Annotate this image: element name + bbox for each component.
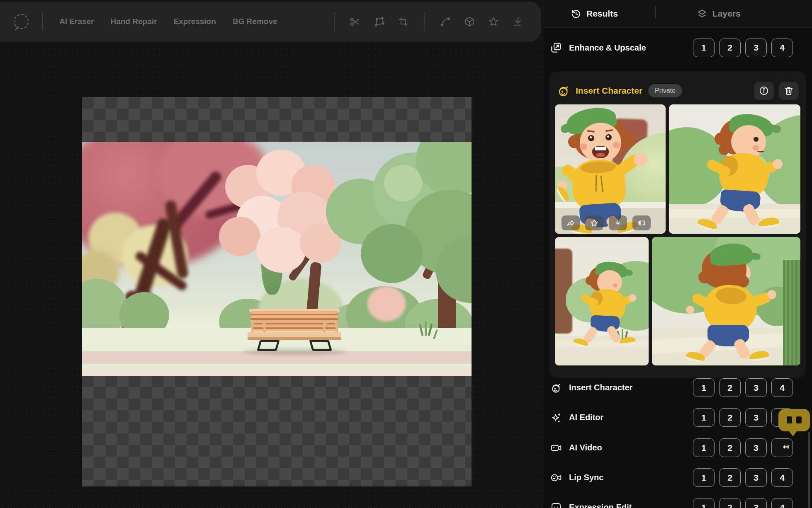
top-toolbar: AI Eraser Hand Repair Expression BG Remo… <box>0 2 541 41</box>
row-label: Lip Sync <box>569 473 603 482</box>
expression-edit-result-4[interactable]: 4 <box>771 498 793 508</box>
expression-edit-result-2[interactable]: 2 <box>719 498 741 508</box>
crop-icon[interactable] <box>396 12 411 31</box>
lip-sync-result-2[interactable]: 2 <box>719 468 741 487</box>
ai-editor-result-2[interactable]: 2 <box>719 408 741 427</box>
insert-character-title: Insert Character <box>576 86 642 96</box>
tab-results-label: Results <box>586 9 618 19</box>
character-boy <box>693 116 783 234</box>
row-insert-character: Insert Character 1 2 3 4 <box>550 378 805 397</box>
ai-video-result-2[interactable]: 2 <box>719 438 741 457</box>
menu-ai-eraser[interactable]: AI Eraser <box>51 17 102 26</box>
pen-polygon-icon[interactable] <box>372 12 387 31</box>
ai-video-result-4[interactable] <box>771 438 793 457</box>
lip-sync-result-3[interactable]: 3 <box>745 468 767 487</box>
star-icon[interactable] <box>486 12 501 31</box>
results-sidebar: Results Layers Enhance & Upscale 1 2 3 4 <box>543 0 812 508</box>
tab-layers[interactable]: Layers <box>697 8 741 19</box>
history-icon <box>571 8 581 19</box>
park-bench <box>248 311 341 351</box>
character-face-icon <box>557 84 571 98</box>
tab-results[interactable]: Results <box>571 8 618 19</box>
result-image-2[interactable] <box>669 104 800 234</box>
expression-edit-result-1[interactable]: 1 <box>693 498 715 508</box>
lip-sync-icon <box>550 472 562 484</box>
artboard-transparent-checkerboard[interactable] <box>82 97 472 486</box>
compare-icon[interactable] <box>632 215 651 230</box>
result-image-4[interactable] <box>652 237 800 365</box>
lip-sync-result-1[interactable]: 1 <box>693 468 715 487</box>
download-result-icon[interactable] <box>609 215 627 230</box>
scissors-icon[interactable] <box>348 12 362 31</box>
row-label: AI Video <box>569 443 602 452</box>
enhance-result-1[interactable]: 1 <box>693 39 715 57</box>
mouse-cursor: ↤ <box>783 443 789 451</box>
upscale-icon <box>550 41 562 54</box>
character-boy <box>683 246 777 365</box>
ai-video-result-1[interactable]: 1 <box>693 438 715 457</box>
expression-edit-icon <box>550 501 562 508</box>
row-ai-editor: AI Editor 1 2 3 4 <box>550 408 805 427</box>
insert-character-result-2[interactable]: 2 <box>719 378 741 397</box>
menu-expression[interactable]: Expression <box>165 17 224 26</box>
park-scene-image <box>82 142 472 376</box>
cube-icon[interactable] <box>462 12 477 31</box>
row-expression-edit: Expression Edit 1 2 3 4 <box>550 498 805 508</box>
share-icon[interactable] <box>562 215 580 230</box>
insert-character-result-3[interactable]: 3 <box>745 378 767 397</box>
lasso-icon[interactable] <box>14 12 29 31</box>
row-lip-sync: Lip Sync 1 2 3 4 <box>550 468 805 487</box>
thumb-hover-actions <box>562 215 651 230</box>
chat-feedback-button[interactable] <box>778 409 810 431</box>
row-label: AI Editor <box>569 413 603 422</box>
favorite-star-icon[interactable] <box>585 215 603 230</box>
expression-edit-result-3[interactable]: 3 <box>745 498 767 508</box>
character-face-icon <box>550 382 562 394</box>
insert-character-card: Insert Character Private <box>549 71 806 378</box>
lip-sync-result-4[interactable]: 4 <box>771 468 793 487</box>
insert-character-result-1[interactable]: 1 <box>693 378 715 397</box>
toolbar-divider <box>334 13 335 30</box>
enhance-result-4[interactable]: 4 <box>771 39 793 57</box>
private-badge: Private <box>648 84 682 97</box>
row-label: Expression Edit <box>569 503 632 508</box>
result-image-1[interactable] <box>555 104 666 234</box>
sidebar-scrollbar[interactable] <box>808 432 810 508</box>
tab-layers-label: Layers <box>712 9 741 19</box>
info-button[interactable] <box>754 82 774 100</box>
ai-editor-result-3[interactable]: 3 <box>745 408 767 427</box>
sparkles-icon <box>550 411 562 424</box>
curve-icon[interactable] <box>438 12 452 31</box>
header-divider <box>655 6 656 18</box>
character-boy <box>572 264 638 351</box>
ai-video-result-3[interactable]: 3 <box>745 438 767 457</box>
row-ai-video: AI Video 1 2 3 <box>550 438 805 457</box>
download-icon[interactable] <box>511 12 525 31</box>
canvas-workspace[interactable]: AI Eraser Hand Repair Expression BG Remo… <box>0 0 543 508</box>
insert-character-result-4[interactable]: 4 <box>771 378 793 397</box>
row-label: Insert Character <box>569 383 632 392</box>
sidebar-header: Results Layers <box>543 0 812 28</box>
menu-hand-repair[interactable]: Hand Repair <box>102 17 165 26</box>
enhance-result-3[interactable]: 3 <box>745 39 767 57</box>
video-camera-icon <box>550 442 562 454</box>
layers-icon <box>697 8 707 19</box>
enhance-upscale-label: Enhance & Upscale <box>569 43 646 53</box>
toolbar-divider <box>424 13 425 30</box>
toolbar-divider <box>42 13 43 30</box>
ai-editor-result-1[interactable]: 1 <box>693 408 715 427</box>
trash-button[interactable] <box>779 82 799 100</box>
enhance-upscale-row[interactable]: Enhance & Upscale 1 2 3 4 <box>550 33 805 62</box>
result-image-3[interactable] <box>555 237 649 365</box>
insert-character-header: Insert Character Private <box>555 77 800 104</box>
enhance-result-2[interactable]: 2 <box>719 39 741 57</box>
menu-bg-remove[interactable]: BG Remove <box>224 17 286 26</box>
